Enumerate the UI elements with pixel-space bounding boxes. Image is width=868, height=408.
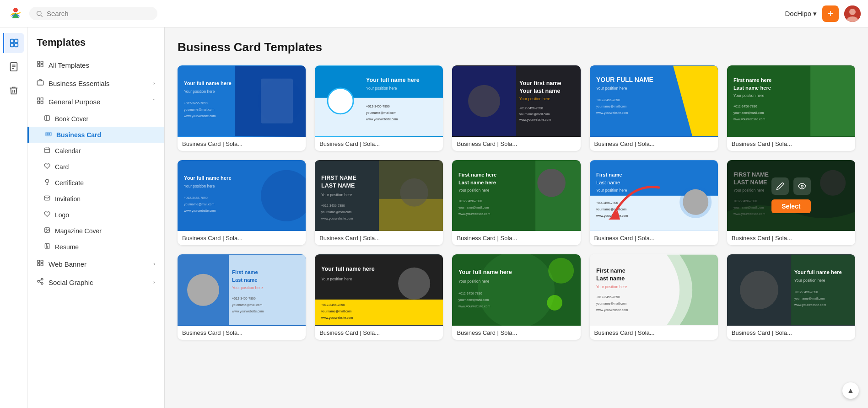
svg-text:yourname@mail.com: yourname@mail.com (596, 302, 626, 306)
svg-text:yourname@mail.com: yourname@mail.com (794, 297, 825, 301)
svg-point-160 (478, 254, 555, 326)
magazine-cover-icon (44, 227, 50, 235)
svg-text:Your position here: Your position here (596, 86, 627, 91)
business-card-label: Business Card (56, 131, 101, 139)
template-card-9[interactable]: First name Last name Your position here … (590, 160, 718, 246)
svg-rect-17 (38, 64, 40, 67)
page-title: Business Card Templates (178, 40, 855, 54)
svg-text:+012-3456-7890: +012-3456-7890 (366, 105, 390, 108)
template-card-4[interactable]: YOUR FULL NAME Your position here +012-3… (590, 65, 718, 151)
create-new-button[interactable]: + (822, 5, 839, 22)
search-box[interactable] (29, 7, 157, 20)
icon-bar (0, 27, 27, 408)
svg-point-46 (38, 280, 39, 282)
svg-point-2 (37, 11, 41, 15)
preview-icon-button[interactable] (793, 177, 811, 195)
svg-text:First name: First name (596, 268, 625, 274)
svg-text:FIRST NAME: FIRST NAME (321, 174, 356, 181)
template-card-5[interactable]: First name here Last name here Your posi… (727, 65, 855, 151)
svg-text:yourname@mail.com: yourname@mail.com (458, 206, 489, 209)
social-graphic-chevron: › (153, 279, 155, 285)
svg-text:yourname@mail.com: yourname@mail.com (184, 202, 214, 206)
sidebar-item-business-card[interactable]: Business Card (27, 127, 164, 143)
brand-menu[interactable]: DocHipo ▾ (785, 10, 817, 18)
svg-rect-21 (41, 98, 43, 100)
svg-text:Your full name here: Your full name here (458, 269, 512, 275)
sidebar-item-business-essentials[interactable]: Business Essentials › (27, 74, 164, 92)
svg-text:Last name here: Last name here (733, 85, 771, 91)
sidebar-item-card[interactable]: Card (27, 159, 164, 175)
template-card-11[interactable]: First name Last name Your position here … (178, 254, 306, 340)
sidebar-item-general-purpose[interactable]: General Purpose ˅ (27, 92, 164, 111)
svg-text:First name: First name (232, 269, 258, 275)
template-card-7[interactable]: FIRST NAME LAST NAME Your position here … (315, 160, 443, 246)
svg-text:+012-3456-7890: +012-3456-7890 (794, 290, 818, 294)
svg-text:yourname@mail.com: yourname@mail.com (733, 111, 764, 115)
sidebar-item-web-banner[interactable]: Web Banner › (27, 255, 164, 273)
svg-rect-8 (15, 39, 18, 43)
svg-point-114 (538, 169, 566, 197)
template-thumb-7: FIRST NAME LAST NAME Your position here … (315, 160, 443, 231)
svg-text:Your first name: Your first name (519, 80, 561, 86)
edit-icon-button[interactable] (771, 177, 789, 195)
template-card-13[interactable]: Your full name here Your position here +… (452, 254, 580, 340)
svg-rect-9 (11, 43, 14, 47)
card-icon (44, 163, 50, 171)
svg-text:+012-3456-7890: +012-3456-7890 (184, 102, 208, 105)
template-card-3[interactable]: Your first name Your last name Your posi… (452, 65, 580, 151)
chevron-down-icon: ▾ (813, 10, 817, 18)
sidebar-item-all-templates[interactable]: All Templates (27, 56, 164, 74)
template-card-15[interactable]: Your full name here Your position here +… (727, 254, 855, 340)
svg-text:yourname@mail.com: yourname@mail.com (321, 210, 351, 214)
sidebar-item-book-cover[interactable]: Book Cover (27, 111, 164, 127)
scroll-top-button[interactable]: ▲ (842, 382, 859, 399)
svg-text:Your position here: Your position here (321, 193, 352, 197)
invitation-label: Invitation (55, 195, 81, 203)
sidebar-item-certificate[interactable]: Certificate (27, 175, 164, 191)
sidebar-item-social-graphic[interactable]: Social Graphic › (27, 273, 164, 291)
template-card-8[interactable]: First name here Last name here Your posi… (452, 160, 580, 246)
certificate-icon (44, 179, 50, 187)
svg-text:LAST NAME: LAST NAME (321, 182, 355, 188)
svg-text:Your position here: Your position here (596, 188, 627, 193)
svg-text:www.yourwebsite.com: www.yourwebsite.com (596, 111, 628, 115)
svg-rect-44 (41, 263, 43, 266)
template-card-12[interactable]: Your full name here Your position here +… (315, 254, 443, 340)
business-essentials-icon (37, 79, 44, 88)
sidebar-item-calendar[interactable]: Calendar (27, 143, 164, 159)
svg-text:Your position here: Your position here (519, 97, 550, 101)
svg-rect-10 (15, 43, 18, 47)
template-thumb-15: Your full name here Your position here +… (727, 254, 855, 326)
brand-name: DocHipo (785, 10, 811, 17)
svg-text:+012-3456-7890: +012-3456-7890 (321, 204, 345, 207)
icon-bar-documents[interactable] (4, 57, 24, 77)
svg-text:Your position here: Your position here (596, 285, 627, 289)
svg-text:+012-3456-7890: +012-3456-7890 (596, 98, 620, 102)
social-graphic-label: Social Graphic (49, 279, 149, 286)
app-logo[interactable] (7, 5, 24, 23)
svg-text:Last name here: Last name here (458, 179, 496, 185)
sidebar-item-magazine-cover[interactable]: Magazine Cover (27, 223, 164, 239)
icon-bar-templates[interactable] (3, 33, 24, 53)
search-icon (36, 10, 43, 17)
sidebar-item-logo[interactable]: Logo (27, 207, 164, 223)
template-card-1[interactable]: Your full name here Your position here +… (178, 65, 306, 151)
template-card-14[interactable]: First name Last name Your position here … (590, 254, 718, 340)
template-card-2[interactable]: Your full name here Your position here +… (315, 65, 443, 151)
svg-point-78 (468, 85, 500, 117)
svg-line-3 (41, 15, 43, 17)
svg-text:Your position here: Your position here (184, 183, 215, 188)
icon-bar-trash[interactable] (4, 81, 24, 101)
search-input[interactable] (47, 10, 138, 17)
template-card-6[interactable]: Your full name here Your position here +… (178, 160, 306, 246)
select-template-button[interactable]: Select (771, 199, 810, 213)
svg-rect-15 (38, 61, 40, 64)
svg-line-49 (39, 279, 42, 281)
template-card-10[interactable]: FIRST NAME LAST NAME Your position here … (727, 160, 855, 246)
sidebar-item-resume[interactable]: Resume (27, 239, 164, 255)
avatar[interactable] (844, 5, 861, 22)
svg-text:yourname@mail.com: yourname@mail.com (596, 208, 626, 211)
svg-point-140 (801, 185, 803, 188)
svg-text:Your full name here: Your full name here (321, 266, 375, 272)
sidebar-item-invitation[interactable]: Invitation (27, 191, 164, 207)
